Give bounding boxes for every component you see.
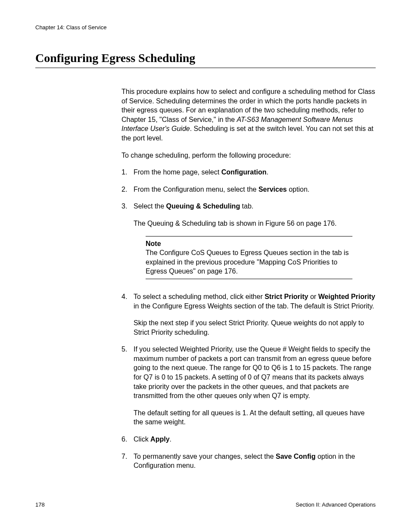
step-text: From the Configuration menu, select the [134,186,258,193]
step-number: 2. [121,185,127,194]
step-text: . [267,168,268,176]
step-7: 7. To permanently save your changes, sel… [121,452,376,470]
content-column: This procedure explains how to select an… [121,87,376,470]
step-5: 5. If you selected Weighted Priority, us… [121,345,376,427]
step-6: 6. Click Apply. [121,435,376,444]
step-text: or [308,293,318,300]
step-bold: Strict Priority [265,293,308,300]
page: Chapter 14: Class of Service Configuring… [0,0,411,532]
step-number: 3. [121,202,127,211]
step-number: 6. [121,435,127,444]
step-4: 4. To select a scheduling method, click … [121,292,376,337]
procedure-list: 1. From the home page, select Configurat… [121,168,376,470]
note-title: Note [146,239,352,249]
step-text: tab. [240,202,253,210]
step-text: If you selected Weighted Priority, use t… [134,345,371,399]
section-label: Section II: Advanced Operations [296,501,376,508]
step-sub-text: Skip the next step if you select Strict … [134,318,376,337]
intro-paragraph-2: To change scheduling, perform the follow… [121,151,376,160]
chapter-header: Chapter 14: Class of Service [35,24,376,31]
step-text: To select a scheduling method, click eit… [134,293,265,300]
step-3: 3. Select the Queuing & Scheduling tab. … [121,202,376,279]
step-bold: Queuing & Scheduling [166,202,240,210]
page-title: Configuring Egress Scheduling [35,51,376,68]
step-text: From the home page, select [134,168,221,176]
step-bold: Configuration [221,168,267,176]
step-number: 7. [121,452,127,461]
step-bold: Save Config [276,453,315,460]
step-text: in the Configure Egress Weights section … [134,302,374,310]
step-bold: Apply [150,436,169,443]
step-bold: Services [258,186,287,193]
step-text: option. [287,186,309,193]
note-top-rule [146,236,352,236]
note-bottom-rule [146,279,352,279]
step-number: 1. [121,168,127,177]
step-sub-text: The default setting for all queues is 1.… [134,408,376,427]
step-number: 4. [121,292,127,302]
step-bold: Weighted Priority [318,293,375,300]
step-text: Click [134,436,150,443]
note-text: The Configure CoS Queues to Egress Queue… [146,248,352,276]
step-text: . [170,436,171,443]
step-2: 2. From the Configuration menu, select t… [121,185,376,194]
page-footer: 178 Section II: Advanced Operations [35,501,376,508]
step-sub-text: The Queuing & Scheduling tab is shown in… [134,219,376,228]
note-box: Note The Configure CoS Queues to Egress … [146,236,352,279]
step-number: 5. [121,345,127,354]
intro-paragraph-1: This procedure explains how to select an… [121,87,376,143]
step-1: 1. From the home page, select Configurat… [121,168,376,177]
page-number: 178 [35,501,45,508]
step-text: To permanently save your changes, select… [134,453,276,460]
step-text: Select the [134,202,166,210]
